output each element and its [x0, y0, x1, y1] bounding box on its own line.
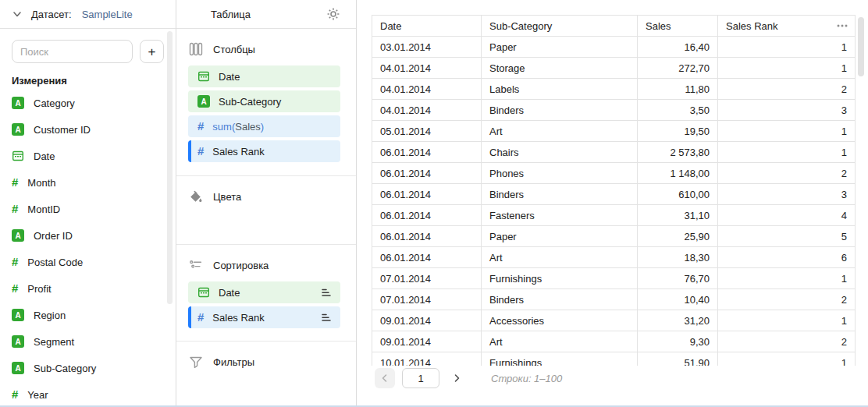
- add-field-button[interactable]: +: [140, 40, 164, 63]
- field-chip[interactable]: #sum(Sales): [188, 115, 340, 137]
- filters-section-title: Фильтры: [213, 356, 254, 368]
- field-item[interactable]: Date: [0, 143, 176, 169]
- dimension-field-list: ACategoryACustomer IDDate#Month#MontIDAO…: [0, 90, 176, 407]
- table-cell: 07.01.2014: [372, 268, 482, 289]
- table-cell: Art: [482, 331, 638, 352]
- table-cell: Chairs: [482, 142, 638, 163]
- viz-settings-button[interactable]: [326, 7, 340, 21]
- gear-icon: [326, 7, 340, 21]
- dataset-label: Датасет:: [31, 9, 72, 20]
- table-cell: 4: [718, 205, 856, 226]
- dataset-name: SampleLite: [82, 9, 133, 20]
- table-scrollbar[interactable]: [858, 17, 864, 76]
- chevron-right-icon: [452, 373, 461, 383]
- table-menu-icon[interactable]: [836, 23, 848, 28]
- table-cell: 1: [718, 352, 856, 366]
- table-chart-type-icon[interactable]: [190, 8, 203, 21]
- table-cell: Paper: [482, 226, 638, 247]
- columns-section: Столбцы DateASub-Category#sum(Sales)#Sal…: [176, 29, 356, 175]
- columns-chip-list: DateASub-Category#sum(Sales)#Sales Rank: [188, 65, 344, 162]
- field-search-input[interactable]: [12, 40, 133, 63]
- field-item[interactable]: ACategory: [0, 90, 176, 116]
- page-number-input[interactable]: [402, 368, 439, 388]
- table-cell: 04.01.2014: [372, 79, 482, 100]
- table-column-header[interactable]: Sub-Category: [482, 16, 638, 37]
- number-field-icon: #: [12, 256, 18, 268]
- chip-label: Date: [219, 71, 333, 83]
- sort-direction-button[interactable]: [320, 286, 333, 299]
- field-chip[interactable]: Date: [188, 65, 340, 87]
- table-cell: 10.01.2014: [372, 352, 482, 366]
- field-chip[interactable]: Date: [188, 281, 340, 303]
- field-item[interactable]: #Year: [0, 381, 176, 407]
- field-chip[interactable]: #Sales Rank: [188, 140, 340, 162]
- field-chip[interactable]: ASub-Category: [188, 90, 340, 112]
- table-cell: 1: [718, 310, 856, 331]
- sort-direction-button[interactable]: [320, 311, 333, 324]
- number-field-icon: #: [12, 388, 18, 401]
- date-field-icon: [12, 150, 24, 162]
- field-item[interactable]: #Postal Code: [0, 249, 176, 275]
- table-cell: 06.01.2014: [372, 247, 482, 268]
- table-cell: Binders: [482, 184, 638, 205]
- table-cell: 04.01.2014: [372, 58, 482, 79]
- next-page-button[interactable]: [446, 368, 467, 388]
- field-name-label: Category: [34, 97, 75, 109]
- dataset-selector[interactable]: Датасет: SampleLite: [0, 0, 176, 29]
- table-column-header[interactable]: Sales Rank: [718, 16, 856, 37]
- field-item[interactable]: ASub-Category: [0, 355, 176, 381]
- string-field-icon: A: [12, 362, 24, 374]
- table-cell: 2 573,80: [638, 142, 718, 163]
- number-field-icon: #: [197, 145, 204, 157]
- sorting-section-title: Сортировка: [213, 260, 269, 271]
- field-item[interactable]: #MontID: [0, 196, 176, 222]
- sidebar-scrollbar[interactable]: [167, 31, 173, 304]
- dimensions-section-title: Измерения: [0, 63, 176, 90]
- field-name-label: Sub-Category: [34, 363, 96, 374]
- field-name-label: Profit: [27, 283, 51, 295]
- table-cell: 2: [718, 79, 856, 100]
- columns-section-title: Столбцы: [213, 44, 255, 55]
- field-item[interactable]: ACustomer ID: [0, 116, 176, 143]
- string-field-icon: A: [12, 97, 24, 109]
- sorting-section: Сортировка Date#Sales Rank: [176, 244, 356, 341]
- sort-order-icon: [320, 311, 333, 324]
- table-cell: Paper: [482, 37, 638, 58]
- chevron-down-icon: [12, 9, 23, 19]
- field-item[interactable]: #Month: [0, 169, 176, 196]
- table-column-header[interactable]: Date: [372, 16, 482, 37]
- field-chip[interactable]: #Sales Rank: [188, 306, 340, 328]
- field-item[interactable]: ARegion: [0, 302, 176, 328]
- table-cell: 272,70: [638, 58, 718, 79]
- table-cell: Binders: [482, 289, 638, 310]
- table-row: 06.01.2014Fasteners31,104: [372, 205, 856, 226]
- table-column-header[interactable]: Sales: [638, 16, 718, 37]
- field-item[interactable]: #Profit: [0, 275, 176, 302]
- sorting-chip-list: Date#Sales Rank: [188, 281, 344, 328]
- table-row: 06.01.2014Phones1 148,002: [372, 163, 856, 184]
- table-cell: 1: [718, 142, 856, 163]
- colors-section-title: Цвета: [213, 191, 241, 203]
- table-cell: 19,50: [638, 121, 718, 142]
- table-cell: Labels: [482, 79, 638, 100]
- table-cell: 09.01.2014: [372, 331, 482, 352]
- sort-order-icon: [320, 286, 333, 299]
- table-row: 04.01.2014Labels11,802: [372, 79, 856, 100]
- table-cell: Storage: [482, 58, 638, 79]
- table-cell: Accessories: [482, 310, 638, 331]
- field-item[interactable]: ASegment: [0, 328, 176, 355]
- number-field-icon: #: [12, 203, 18, 215]
- table-row: 06.01.2014Binders610,003: [372, 184, 856, 205]
- field-name-label: Customer ID: [34, 124, 91, 136]
- table-row: 04.01.2014Binders3,503: [372, 100, 856, 121]
- chip-label: Sales Rank: [212, 312, 311, 324]
- field-item[interactable]: AOrder ID: [0, 222, 176, 249]
- table-cell: 3: [718, 100, 856, 121]
- table-cell: Furnishings: [482, 268, 638, 289]
- prev-page-button[interactable]: [375, 368, 395, 388]
- date-field-icon: [197, 70, 210, 83]
- table-row: 07.01.2014Furnishings76,701: [372, 268, 856, 289]
- number-field-icon: #: [12, 282, 18, 295]
- table-cell: Fasteners: [482, 205, 638, 226]
- chip-label: Sub-Category: [219, 96, 333, 108]
